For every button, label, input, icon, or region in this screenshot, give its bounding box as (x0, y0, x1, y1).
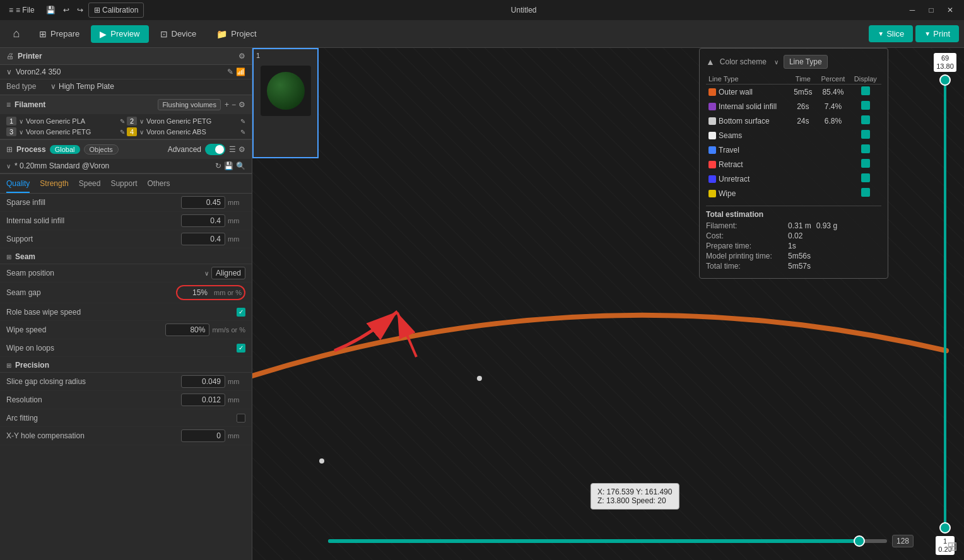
remove-filament-icon[interactable]: − (232, 100, 236, 109)
cs-row-time (790, 186, 817, 201)
seam-gap-input[interactable] (180, 287, 211, 298)
flushing-volumes-button[interactable]: Flushing volumes (158, 99, 221, 110)
calibration-btn[interactable]: ⊞ Calibration (88, 3, 144, 18)
arc-fitting-row: Arc fitting (0, 409, 252, 427)
filament-edit-2[interactable]: ✎ (240, 118, 245, 125)
prepare-val: 1s (788, 242, 796, 250)
tab-quality[interactable]: Quality (6, 177, 30, 193)
cs-row-pct (816, 186, 849, 201)
file-menu[interactable]: ≡ ≡ File (5, 3, 38, 17)
filament-edit-3[interactable]: ✎ (120, 129, 125, 136)
slider-thumb-bottom[interactable] (939, 522, 951, 534)
layers-icon[interactable]: ⊞ (947, 539, 958, 554)
bottom-track[interactable] (328, 539, 887, 543)
support-input[interactable] (181, 233, 225, 245)
filament-dropdown-2[interactable]: ∨ (139, 118, 144, 125)
close-btn[interactable]: ✕ (941, 1, 959, 19)
sparse-infill-input[interactable] (181, 196, 225, 209)
canvas-area[interactable]: 1 ▲ Color scheme ∨ Line Type Line Type T… (252, 48, 964, 560)
maximize-btn[interactable]: □ (922, 1, 940, 19)
bed-type-value: High Temp Plate (59, 82, 114, 91)
cs-display-check[interactable] (861, 86, 870, 95)
cs-table-row: Unretract (706, 172, 881, 186)
cs-row-label: Travel (706, 143, 790, 157)
undo-icon[interactable]: ↩ (61, 3, 72, 17)
window-title: Untitled (149, 6, 898, 15)
te-title: Total estimation (706, 210, 881, 219)
arc-fitting-checkbox[interactable] (237, 414, 245, 423)
cs-row-label: Internal solid infill (706, 99, 790, 114)
home-button[interactable]: ⌂ (5, 23, 28, 45)
role-base-wipe-value: ✓ (237, 308, 245, 317)
role-base-wipe-checkbox[interactable]: ✓ (237, 308, 245, 317)
bottom-thumb[interactable] (854, 535, 865, 547)
file-label: ≡ File (16, 6, 35, 15)
prepare-tab[interactable]: ⊞ Prepare (30, 25, 88, 43)
add-filament-icon[interactable]: + (225, 100, 229, 109)
resolution-input[interactable] (181, 394, 225, 406)
list-view-icon[interactable]: ☰ (229, 145, 236, 154)
project-tab[interactable]: 📁 Project (208, 25, 265, 43)
cs-value[interactable]: Line Type (784, 55, 828, 69)
wifi-icon[interactable]: 📶 (236, 67, 245, 76)
process-settings-icon[interactable]: ⚙ (238, 145, 245, 154)
tab-support[interactable]: Support (110, 177, 137, 193)
slice-button[interactable]: ▼ Slice (869, 25, 913, 42)
cs-table-row: Wipe (706, 186, 881, 201)
tab-others[interactable]: Others (147, 177, 170, 193)
preview-tab[interactable]: ▶ Preview (91, 25, 148, 43)
advanced-toggle[interactable] (205, 144, 225, 155)
edit-printer-icon[interactable]: ✎ (227, 67, 233, 76)
col-time: Time (790, 74, 817, 85)
filament-settings-icon[interactable]: ⚙ (238, 100, 245, 109)
filament-edit-4[interactable]: ✎ (240, 129, 245, 136)
arc-fitting-value (237, 414, 245, 423)
cs-row-pct: 7.4% (816, 99, 849, 114)
filament-est-val2: 0.93 g (816, 221, 837, 230)
cs-dropdown-arrow: ∨ (774, 59, 779, 66)
slice-gap-input[interactable] (181, 375, 225, 388)
seam-gap-label: Seam gap (6, 288, 176, 297)
redo-icon[interactable]: ↪ (74, 3, 86, 17)
cs-display-check[interactable] (861, 173, 870, 182)
objects-tag[interactable]: Objects (84, 144, 119, 155)
filament-num-1: 1 (6, 117, 16, 125)
wipe-speed-input[interactable] (165, 324, 209, 336)
filament-edit-1[interactable]: ✎ (120, 118, 125, 125)
cs-display-check[interactable] (861, 101, 870, 110)
bed-type-label: Bed type (6, 82, 50, 91)
cs-row-label: Seams (706, 128, 790, 143)
seam-position-dropdown[interactable]: Aligned (211, 267, 245, 279)
cs-display-check[interactable] (861, 130, 870, 139)
process-title: Process (16, 145, 46, 154)
device-tab[interactable]: ⊡ Device (151, 25, 206, 43)
cs-display-check[interactable] (861, 159, 870, 168)
cs-table-row: Travel (706, 143, 881, 157)
cs-collapse-icon[interactable]: ▲ (706, 57, 715, 67)
refresh-icon[interactable]: ↻ (215, 161, 221, 170)
global-tag[interactable]: Global (50, 145, 80, 154)
cs-row-pct (816, 172, 849, 186)
minimize-btn[interactable]: ─ (903, 1, 921, 19)
tab-speed[interactable]: Speed (79, 177, 101, 193)
cs-row-pct (816, 157, 849, 172)
cs-display-check[interactable] (861, 115, 870, 124)
wipe-on-loops-checkbox[interactable]: ✓ (237, 344, 245, 353)
save-icon[interactable]: 💾 (44, 3, 58, 17)
filament-dropdown-4[interactable]: ∨ (139, 129, 144, 136)
cs-display-check[interactable] (861, 144, 870, 153)
resolution-label: Resolution (6, 395, 181, 404)
cs-display-check[interactable] (861, 188, 870, 197)
filament-num-3: 3 (6, 127, 16, 136)
save-preset-icon[interactable]: 💾 (224, 161, 233, 170)
right-slider: 69 13.80 1 0.20 (926, 48, 964, 560)
filament-dropdown-1[interactable]: ∨ (19, 118, 23, 125)
printer-settings-icon[interactable]: ⚙ (238, 52, 245, 61)
filament-dropdown-3[interactable]: ∨ (19, 129, 23, 136)
xy-hole-input[interactable] (181, 429, 225, 442)
slider-thumb-top[interactable] (939, 74, 951, 86)
internal-solid-infill-input[interactable] (181, 214, 225, 227)
search-icon[interactable]: 🔍 (236, 161, 245, 170)
print-button[interactable]: ▼ Print (915, 25, 959, 42)
tab-strength[interactable]: Strength (40, 177, 68, 193)
